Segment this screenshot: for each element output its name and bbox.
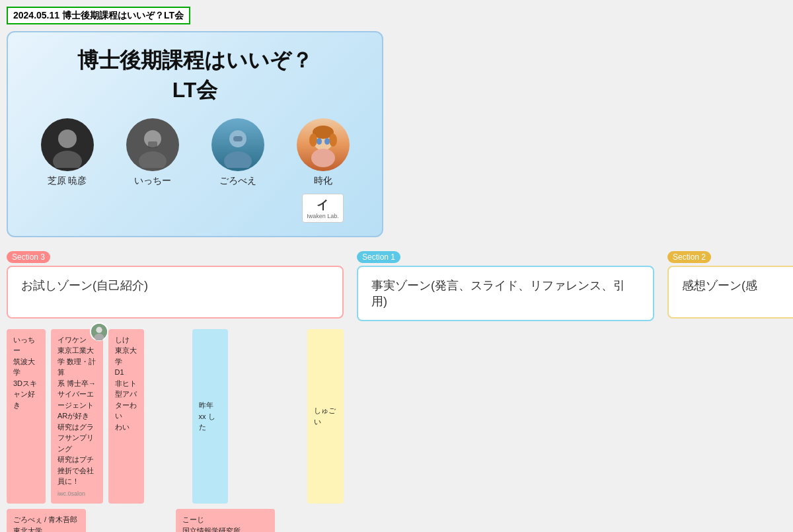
svg-point-3	[139, 151, 167, 168]
note-shike: しけ東京大学D1非ヒト型アバターわいわい	[108, 329, 145, 504]
slide-card: 博士後期課程はいいぞ？LT会 芝原 暁彦	[7, 31, 383, 237]
page-title: 2024.05.11 博士後期課程はいいぞ？LT会	[7, 7, 190, 24]
section-1-box: 事実ゾーン(発言、スライド、リファレンス、引用)	[357, 266, 654, 321]
section-3-area: Section 3 お試しゾーン(自己紹介)	[7, 250, 344, 329]
notes-row-2: ごろべぇ / 青木吾郎東北大学介護教育×MR テキストを追加 芝原絶 (Visi…	[7, 509, 344, 532]
avatar-shike	[297, 118, 350, 171]
svg-point-12	[311, 149, 335, 167]
add-text-area: テキストを追加 芝原絶 (Visitor)	[91, 509, 170, 532]
speaker-3: ごろべえ	[211, 118, 264, 187]
slide-title: 博士後期課程はいいぞ？LT会	[28, 46, 362, 105]
svg-rect-7	[233, 136, 243, 141]
gap-1	[149, 329, 186, 504]
section-1-label: Section 1	[357, 251, 400, 263]
avatar-gorobee	[211, 118, 264, 171]
section-3-label: Section 3	[7, 251, 50, 263]
note-icchi: いっちー筑波大学3Dスキャン好き	[7, 329, 46, 504]
gap-2	[233, 329, 302, 504]
section-1-area: Section 1 事実ゾーン(発言、スライド、リファレンス、引用)	[357, 250, 654, 329]
svg-point-10	[309, 133, 317, 147]
section-2-title: 感想ゾーン(感	[682, 278, 793, 293]
sections-area: Section 3 お試しゾーン(自己紹介) Section 1 事実ゾーン(発…	[7, 250, 786, 329]
speaker-name-2: いっちー	[134, 175, 171, 187]
note-section1-1-text: 昨年 xx した	[199, 400, 222, 433]
speaker-1: 芝原 暁彦	[41, 118, 94, 187]
section-2-box: 感想ゾーン(感	[667, 266, 793, 319]
note-shike-text: しけ東京大学D1非ヒト型アバターわいわい	[115, 334, 138, 433]
avatar-shibahara	[41, 118, 94, 171]
note-iwaken-text: イワケン 東京工業大学 数理・計算 系 博士卒→ サイバーエージェント ARが好…	[57, 334, 96, 487]
section-3-title: お試しゾーン(自己紹介)	[21, 278, 329, 293]
notes-row-1: いっちー筑波大学3Dスキャン好き イワケン 東京工業大学 数理・計算 系 博士卒…	[7, 329, 344, 504]
note-section2-1-text: しゅごい	[314, 405, 337, 427]
svg-point-0	[58, 130, 77, 148]
note-gorobee: ごろべぇ / 青木吾郎東北大学介護教育×MR	[7, 509, 86, 532]
svg-point-11	[329, 133, 337, 147]
note-section1-1: 昨年 xx した	[192, 329, 229, 504]
lab-logo: イ Iwaken Lab.	[302, 194, 344, 223]
note-iwaken-tag: iwc.0salon	[57, 490, 96, 499]
section-2-area: Section 2 感想ゾーン(感	[667, 250, 793, 329]
speaker-name-4: 時化	[314, 175, 332, 187]
lab-text: Iwaken Lab.	[307, 213, 339, 219]
note-section2-1: しゅごい	[307, 329, 344, 504]
note-koji-text: こーじ 国立情報学研究所 D2	[182, 514, 268, 532]
lab-icon: イ	[317, 197, 328, 213]
iwaken-avatar	[90, 323, 108, 341]
note-icchi-text: いっちー筑波大学3Dスキャン好き	[13, 334, 39, 411]
note-gorobee-text: ごろべぇ / 青木吾郎東北大学介護教育×MR	[13, 514, 79, 532]
section-2-label: Section 2	[667, 251, 711, 263]
speaker-name-3: ごろべえ	[219, 175, 256, 187]
section-1-title: 事実ゾーン(発言、スライド、リファレンス、引用)	[371, 278, 640, 309]
svg-point-6	[224, 151, 252, 168]
svg-rect-4	[148, 141, 157, 148]
speaker-row: 芝原 暁彦 いっちー	[28, 118, 362, 223]
speaker-4: 時化 イ Iwaken Lab.	[297, 118, 350, 223]
speaker-2: いっちー	[126, 118, 179, 187]
svg-point-16	[96, 326, 102, 332]
svg-point-13	[317, 138, 322, 145]
section-3-box: お試しゾーン(自己紹介)	[7, 266, 344, 319]
note-koji: こーじ 国立情報学研究所 D2 Koji Watanabe	[176, 509, 275, 532]
svg-point-14	[324, 138, 330, 145]
avatar-icchi	[126, 118, 179, 171]
speaker-name-1: 芝原 暁彦	[48, 175, 87, 187]
note-iwaken: イワケン 東京工業大学 数理・計算 系 博士卒→ サイバーエージェント ARが好…	[51, 329, 103, 504]
svg-point-1	[53, 151, 82, 168]
